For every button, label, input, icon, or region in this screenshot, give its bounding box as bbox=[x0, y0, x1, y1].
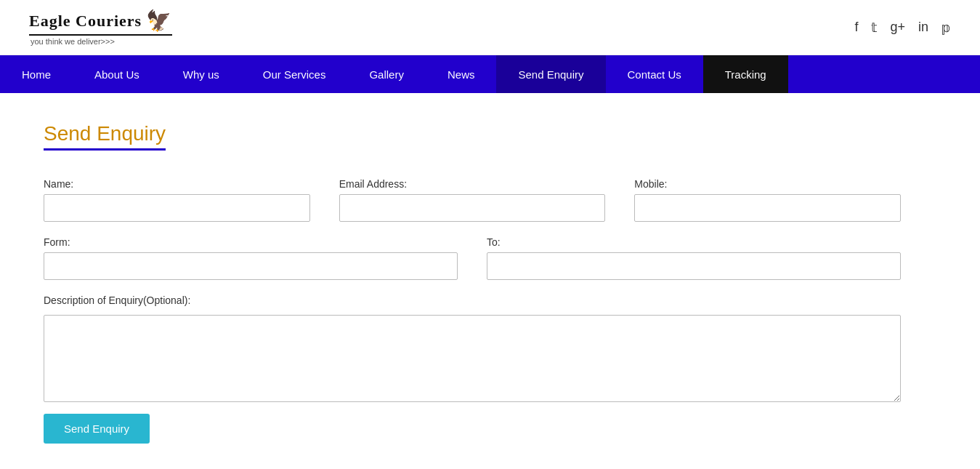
email-input[interactable] bbox=[339, 194, 606, 222]
email-label: Email Address: bbox=[339, 178, 606, 190]
googleplus-icon[interactable]: g+ bbox=[890, 20, 905, 35]
name-label: Name: bbox=[44, 178, 310, 190]
mobile-label: Mobile: bbox=[634, 178, 901, 190]
form-group-email: Email Address: bbox=[339, 178, 606, 222]
eagle-icon: 🦅 bbox=[146, 9, 172, 33]
form-group-description: Description of Enquiry(Optional): bbox=[44, 294, 901, 402]
to-label: To: bbox=[487, 236, 901, 248]
page-title: Send Enquiry bbox=[44, 122, 166, 151]
description-label: Description of Enquiry(Optional): bbox=[44, 294, 901, 306]
header: Eagle Couriers 🦅 you think we deliver>>>… bbox=[0, 0, 980, 55]
send-enquiry-form: Name: Email Address: Mobile: Form: To: bbox=[44, 178, 901, 444]
nav-tracking[interactable]: Tracking bbox=[703, 55, 788, 93]
logo-text: Eagle Couriers 🦅 bbox=[29, 9, 172, 36]
twitter-icon[interactable]: 𝕥 bbox=[871, 20, 877, 36]
nav-news[interactable]: News bbox=[426, 55, 497, 93]
nav-our-services[interactable]: Our Services bbox=[241, 55, 348, 93]
description-textarea[interactable] bbox=[44, 315, 901, 402]
main-content: Send Enquiry Name: Email Address: Mobile… bbox=[0, 93, 944, 469]
nav-contact-us[interactable]: Contact Us bbox=[606, 55, 703, 93]
social-icons: f 𝕥 g+ in 𝕡 bbox=[854, 20, 951, 36]
from-label: Form: bbox=[44, 236, 458, 248]
nav-why-us[interactable]: Why us bbox=[161, 55, 241, 93]
nav-gallery[interactable]: Gallery bbox=[347, 55, 426, 93]
name-input[interactable] bbox=[44, 194, 310, 222]
from-input[interactable] bbox=[44, 252, 458, 280]
form-row-2: Form: To: bbox=[44, 236, 901, 280]
nav-home[interactable]: Home bbox=[0, 55, 73, 93]
mobile-input[interactable] bbox=[634, 194, 901, 222]
form-group-to: To: bbox=[487, 236, 901, 280]
form-row-1: Name: Email Address: Mobile: bbox=[44, 178, 901, 222]
submit-button[interactable]: Send Enquiry bbox=[44, 414, 150, 444]
facebook-icon[interactable]: f bbox=[854, 20, 858, 35]
nav-send-enquiry[interactable]: Send Enquiry bbox=[496, 55, 605, 93]
form-group-from: Form: bbox=[44, 236, 458, 280]
form-group-mobile: Mobile: bbox=[634, 178, 901, 222]
logo-tagline: you think we deliver>>> bbox=[31, 37, 115, 46]
form-group-name: Name: bbox=[44, 178, 310, 222]
to-input[interactable] bbox=[487, 252, 901, 280]
logo-name: Eagle Couriers bbox=[29, 12, 142, 31]
nav-about-us[interactable]: About Us bbox=[73, 55, 161, 93]
pinterest-icon[interactable]: 𝕡 bbox=[941, 20, 951, 36]
nav: Home About Us Why us Our Services Galler… bbox=[0, 55, 980, 93]
linkedin-icon[interactable]: in bbox=[918, 20, 928, 35]
logo-container: Eagle Couriers 🦅 you think we deliver>>> bbox=[29, 9, 172, 46]
